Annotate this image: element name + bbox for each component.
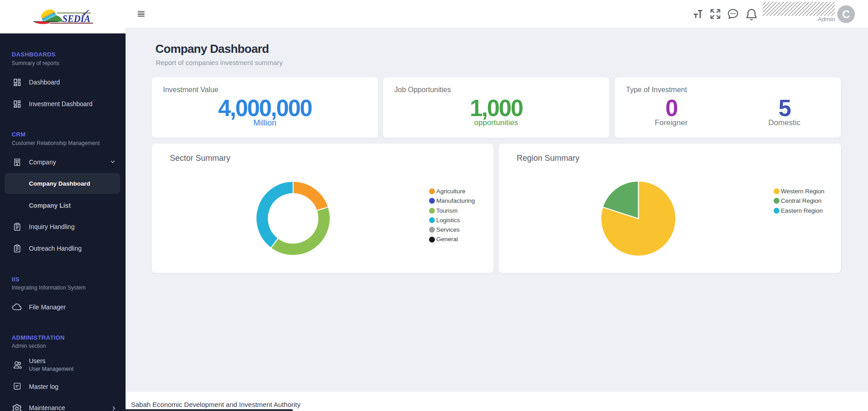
svg-text:SEDIA: SEDIA (62, 13, 90, 24)
